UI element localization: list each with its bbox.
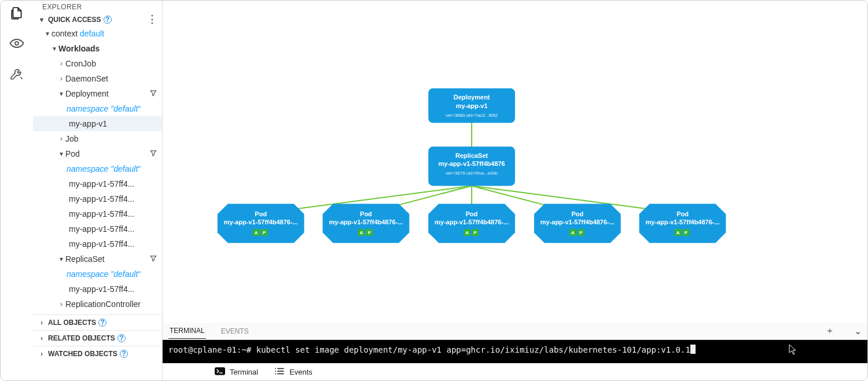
collapsed-sections: › ALL OBJECTS ? › RELATED OBJECTS ? › WA… <box>33 314 162 361</box>
deployment-meta: ver=3680 uid=7ac2...f652 <box>446 113 498 118</box>
status-terminal[interactable]: Terminal <box>215 367 258 377</box>
status-events-label: Events <box>289 368 312 376</box>
pod-item-label: my-app-v1-57ff4... <box>69 239 134 249</box>
tree-pod-item[interactable]: my-app-v1-57ff4... <box>33 206 162 221</box>
terminal-command: kubectl set image deployment/my-app-v1 a… <box>256 345 690 354</box>
help-icon[interactable]: ? <box>117 334 126 342</box>
watched-objects-label: WATCHED OBJECTS <box>48 350 117 358</box>
more-icon[interactable]: ⋮ <box>147 17 157 21</box>
filter-icon[interactable] <box>149 89 157 99</box>
svg-text:Pod: Pod <box>360 210 372 217</box>
eye-icon[interactable] <box>9 35 25 51</box>
tree-pod-item[interactable]: my-app-v1-57ff4... <box>33 176 162 191</box>
replicaset-namespace: namespace "default" <box>67 269 141 279</box>
help-icon[interactable]: ? <box>120 350 128 358</box>
related-objects-label: RELATED OBJECTS <box>48 334 115 342</box>
node-pod[interactable]: Podmy-app-v1-57ff4b4876-...AP <box>428 204 515 243</box>
tree-replicaset-namespace[interactable]: namespace "default" <box>33 267 162 282</box>
tree-pod-namespace[interactable]: namespace "default" <box>33 161 162 176</box>
filter-icon[interactable] <box>149 149 157 159</box>
chevron-right-icon: › <box>38 319 46 327</box>
tree-deployment[interactable]: ▾ Deployment <box>33 86 162 101</box>
pod-item-label: my-app-v1-57ff4... <box>69 209 134 219</box>
svg-text:P: P <box>263 230 266 235</box>
section-header-watched-objects[interactable]: › WATCHED OBJECTS ? <box>33 346 162 361</box>
node-pod[interactable]: Podmy-app-v1-57ff4b4876-...AP <box>218 204 304 243</box>
sidebar-title: EXPLORER <box>33 1 162 13</box>
section-header-quick-access[interactable]: ▾ QUICK ACCESS ? ⋮ <box>33 13 162 26</box>
replicaset-type: ReplicaSet <box>455 152 488 159</box>
tree-pod-item[interactable]: my-app-v1-57ff4... <box>33 191 162 206</box>
plus-icon[interactable]: ＋ <box>825 325 834 337</box>
tree-replicaset[interactable]: ▾ ReplicaSet <box>33 251 162 267</box>
deployment-name: my-app-v1 <box>456 102 488 109</box>
terminal[interactable]: root@cplane-01:~# kubectl set image depl… <box>163 340 867 363</box>
replicaset-label: ReplicaSet <box>65 254 105 264</box>
svg-text:P: P <box>579 230 583 235</box>
pod-namespace: namespace "default" <box>67 164 141 173</box>
tab-terminal[interactable]: TERMINAL <box>168 323 206 339</box>
files-icon[interactable] <box>9 5 25 21</box>
quick-access-label: QUICK ACCESS <box>48 16 101 24</box>
node-pod[interactable]: Podmy-app-v1-57ff4b4876-...AP <box>323 204 410 243</box>
chevron-right-icon: › <box>57 135 65 143</box>
deployment-type: Deployment <box>454 94 490 101</box>
job-label: Job <box>65 134 79 143</box>
object-graph: Deployment my-app-v1 ver=3680 uid=7ac2..… <box>163 1 867 323</box>
node-pod[interactable]: Podmy-app-v1-57ff4b4876-...AP <box>534 204 621 243</box>
help-icon[interactable]: ? <box>98 319 106 327</box>
svg-point-0 <box>15 42 19 45</box>
node-deployment[interactable]: Deployment my-app-v1 ver=3680 uid=7ac2..… <box>428 88 515 123</box>
chevron-down-icon: ▾ <box>57 255 65 263</box>
svg-text:A: A <box>571 230 575 235</box>
graph-canvas[interactable]: Deployment my-app-v1 ver=3680 uid=7ac2..… <box>163 1 867 323</box>
tree-context[interactable]: ▾ context default <box>33 26 162 41</box>
section-header-all-objects[interactable]: › ALL OBJECTS ? <box>33 315 162 330</box>
node-pod[interactable]: Podmy-app-v1-57ff4b4876-...AP <box>639 204 726 243</box>
svg-text:Pod: Pod <box>255 210 267 217</box>
deployment-label: Deployment <box>65 89 109 98</box>
tree-deployment-item[interactable]: my-app-v1 <box>33 116 162 131</box>
tree-pod-item[interactable]: my-app-v1-57ff4... <box>33 221 162 236</box>
tools-icon[interactable] <box>9 65 25 82</box>
replicaset-meta: ver=3679 uid=5fca...ed3c <box>446 171 498 176</box>
tree-daemonset[interactable]: › DaemonSet <box>33 71 162 86</box>
tab-events[interactable]: EVENTS <box>220 324 250 339</box>
tree-replicationcontroller[interactable]: › ReplicationController <box>33 297 162 312</box>
chevron-right-icon: › <box>38 350 46 358</box>
tree-workloads[interactable]: ▾ Workloads <box>33 41 162 56</box>
node-replicaset[interactable]: ReplicaSet my-app-v1-57ff4b4876 ver=3679… <box>428 147 515 186</box>
filter-icon[interactable] <box>149 254 157 264</box>
svg-text:A: A <box>255 230 258 235</box>
tree-pod[interactable]: ▾ Pod <box>33 146 162 161</box>
status-bar: Terminal Events <box>163 363 867 380</box>
chevron-down-icon: ▾ <box>57 90 65 98</box>
chevron-down-icon[interactable]: ⌄ <box>854 325 862 336</box>
help-icon[interactable]: ? <box>104 16 112 24</box>
pod-label: Pod <box>65 149 80 158</box>
replicaset-name: my-app-v1-57ff4b4876 <box>439 160 505 167</box>
section-header-related-objects[interactable]: › RELATED OBJECTS ? <box>33 330 162 346</box>
status-events[interactable]: Events <box>274 367 312 377</box>
workloads-label: Workloads <box>58 44 100 53</box>
chevron-down-icon: ▾ <box>43 29 52 38</box>
svg-text:my-app-v1-57ff4b4876-...: my-app-v1-57ff4b4876-... <box>224 219 298 225</box>
replicationcontroller-label: ReplicationController <box>65 299 141 309</box>
svg-text:my-app-v1-57ff4b4876-...: my-app-v1-57ff4b4876-... <box>435 219 509 225</box>
status-terminal-label: Terminal <box>230 368 258 376</box>
tree-replicaset-item[interactable]: my-app-v1-57ff4... <box>33 282 162 297</box>
svg-text:Pod: Pod <box>571 210 583 217</box>
tree-cronjob[interactable]: › CronJob <box>33 56 162 71</box>
deployment-item-label: my-app-v1 <box>69 119 107 128</box>
tree-job[interactable]: › Job <box>33 131 162 146</box>
activity-bar <box>1 1 33 380</box>
chevron-right-icon: › <box>57 300 65 308</box>
tree-pod-item[interactable]: my-app-v1-57ff4... <box>33 236 162 251</box>
svg-text:P: P <box>368 230 372 235</box>
svg-text:P: P <box>473 230 477 235</box>
list-icon <box>274 367 285 377</box>
context-label: context <box>52 29 78 38</box>
svg-text:my-app-v1-57ff4b4876-...: my-app-v1-57ff4b4876-... <box>646 219 720 225</box>
tree-deployment-namespace[interactable]: namespace "default" <box>33 101 162 116</box>
section-quick-access: ▾ QUICK ACCESS ? ⋮ ▾ context default ▾ W… <box>33 13 162 314</box>
